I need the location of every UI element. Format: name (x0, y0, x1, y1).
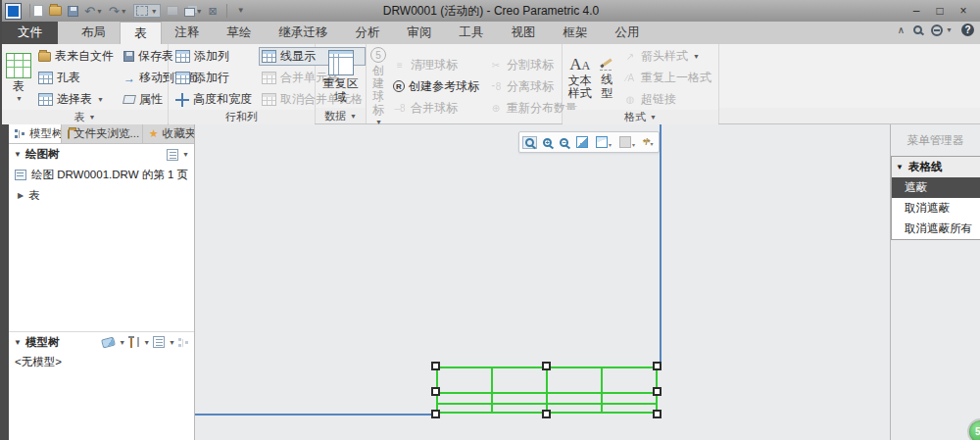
close-button[interactable]: × (953, 4, 974, 18)
app-icon[interactable] (6, 4, 21, 19)
chevron-down-icon[interactable]: ▼ (196, 8, 203, 15)
sidebar-tab-folder-browser[interactable]: 文件夹浏览... (62, 124, 143, 143)
menu-item-unblank-all[interactable]: 取消遮蔽所有 (892, 219, 980, 239)
create-ref-balloon-button[interactable]: R创建参考球标 (390, 77, 482, 96)
select-table-button[interactable]: 选择表▼ (35, 90, 117, 109)
help-icon[interactable]: ? (961, 24, 974, 36)
refit-button[interactable] (574, 135, 590, 149)
height-width-button[interactable]: 高度和宽度 (172, 90, 255, 109)
tree-settings-icon[interactable] (167, 149, 178, 161)
undo-button[interactable]: ↶▼ (84, 5, 103, 18)
chevron-down-icon[interactable]: ▼ (121, 8, 127, 15)
datum-display-button[interactable]: */*▾ (641, 136, 656, 148)
group-label-data[interactable]: 数据▼ (316, 108, 366, 123)
favorites-star-icon: ★ (149, 127, 159, 140)
open-button[interactable] (49, 6, 62, 16)
tab-table[interactable]: 表 (120, 22, 162, 44)
button-label: 清理球标 (411, 57, 458, 73)
line-style-button[interactable]: 线型 (597, 56, 616, 99)
add-column-button[interactable]: 添加列 (172, 47, 255, 66)
table-from-file-icon (38, 52, 51, 62)
redo-button[interactable]: ↷▼ (109, 5, 127, 18)
search-icon[interactable] (913, 25, 922, 34)
repeat-region-button[interactable]: 重复区域 (319, 50, 362, 103)
regenerate-button[interactable] (167, 6, 178, 16)
close-window-icon: ⊠ (209, 6, 218, 17)
tab-utilities[interactable]: 公用 (602, 22, 654, 44)
table-big-button[interactable]: 表 ▼ (6, 53, 31, 103)
draw-tree-header[interactable]: ▼ 绘图树 ▼ (9, 144, 194, 165)
menu-item-blank[interactable]: 遮蔽 (892, 177, 980, 198)
merge-balloons-icon: –8 (393, 102, 407, 115)
tab-annotate[interactable]: 注释 (162, 22, 214, 44)
model-tree-header[interactable]: ▼ 模型树 ▼ ▼ ▼ (9, 331, 194, 352)
chevron-down-icon[interactable]: ▼ (96, 8, 103, 15)
named-views-button[interactable]: ▾ (594, 135, 613, 149)
hole-table-button[interactable]: 孔表 (35, 69, 117, 87)
windows-button[interactable]: ▼ (184, 5, 203, 17)
tab-label: 文件夹浏览... (74, 126, 139, 141)
tab-review[interactable]: 审阅 (394, 22, 446, 44)
filter-icon[interactable] (101, 336, 116, 348)
expand-triangle-icon[interactable]: ▶ (18, 191, 24, 200)
ref-balloon-icon: R (393, 80, 405, 92)
group-label-format[interactable]: 格式▼ (563, 110, 718, 124)
tab-tools[interactable]: 工具 (446, 22, 498, 44)
button-label: 表来自文件 (55, 48, 114, 65)
save-button[interactable] (68, 6, 78, 17)
selection-handle[interactable] (542, 410, 551, 418)
selection-handle[interactable] (653, 362, 662, 370)
zoom-in-button[interactable]: + (541, 137, 554, 148)
selection-handle[interactable] (431, 362, 440, 370)
chevron-down-icon[interactable]: ▼ (119, 339, 125, 346)
menu-item-unblank[interactable]: 取消遮蔽 (892, 198, 980, 219)
sidebar-tab-favorites[interactable]: ★收藏夹 (143, 124, 194, 143)
selection-handle[interactable] (431, 410, 440, 418)
zoom-box-button[interactable] (522, 136, 537, 149)
selection-handle[interactable] (653, 387, 662, 396)
chevron-down-icon[interactable]: ▼ (151, 8, 158, 15)
tab-view[interactable]: 视图 (498, 22, 550, 44)
group-label-text: 表 (74, 110, 85, 124)
customize-qat-button[interactable]: ▼ (236, 7, 245, 15)
selection-handle[interactable] (542, 362, 551, 370)
zoom-out-button[interactable]: − (558, 137, 570, 148)
drawing-canvas[interactable]: + − ▾ ▾ */*▾ (195, 124, 890, 440)
selection-filter-button[interactable]: ▼ (133, 4, 161, 18)
tools-icon[interactable] (128, 336, 139, 348)
tab-file[interactable]: 文件 (2, 22, 58, 44)
tab-framework[interactable]: 框架 (550, 22, 602, 44)
table-column-line[interactable] (601, 368, 603, 412)
button-label: 重复上一格式 (641, 70, 711, 86)
chevron-down-icon[interactable]: ▼ (143, 339, 150, 346)
table-from-file-button[interactable]: 表来自文件 (35, 47, 117, 66)
selection-handle[interactable] (431, 387, 440, 396)
chevron-down-icon[interactable]: ▼ (182, 151, 189, 158)
selection-handle[interactable] (653, 410, 662, 418)
table-column-line[interactable] (491, 368, 493, 412)
text-style-button[interactable]: AA 文本样式 (566, 56, 593, 100)
new-file-button[interactable] (33, 5, 43, 17)
connect-menu-button[interactable]: ▼ (931, 24, 953, 36)
list-settings-icon[interactable] (153, 336, 165, 348)
collapse-triangle-icon[interactable]: ▼ (14, 150, 22, 159)
menu-header-table-lines[interactable]: ▼ 表格线 (892, 157, 980, 177)
collapse-ribbon-icon[interactable]: ∧ (898, 24, 905, 35)
draw-tree-item-table[interactable]: ▶ 表 (9, 185, 194, 206)
sidebar-tab-model-tree[interactable]: 模型树 (9, 124, 62, 143)
group-label-rows-columns[interactable]: 行和列 (169, 110, 315, 124)
collapse-triangle-icon[interactable]: ▼ (14, 338, 22, 347)
selected-drawing-table[interactable] (436, 367, 658, 414)
table-column-line[interactable] (546, 368, 548, 412)
maximize-button[interactable]: □ (929, 4, 951, 18)
minimize-button[interactable]: – (906, 4, 927, 18)
tab-legacy-migration[interactable]: 继承迁移 (266, 22, 342, 44)
close-window-button[interactable]: ⊠ (209, 6, 218, 17)
add-row-button[interactable]: 添加行 (172, 69, 255, 87)
chevron-down-icon[interactable]: ▼ (169, 339, 175, 346)
tab-sketch[interactable]: 草绘 (214, 22, 266, 44)
tab-layout[interactable]: 布局 (68, 22, 120, 44)
tab-analysis[interactable]: 分析 (342, 22, 394, 44)
draw-tree-item-sheet[interactable]: 绘图 DRW0001.DRW 的第 1 页 (9, 165, 194, 185)
group-label-table[interactable]: 表▼ (2, 110, 168, 124)
